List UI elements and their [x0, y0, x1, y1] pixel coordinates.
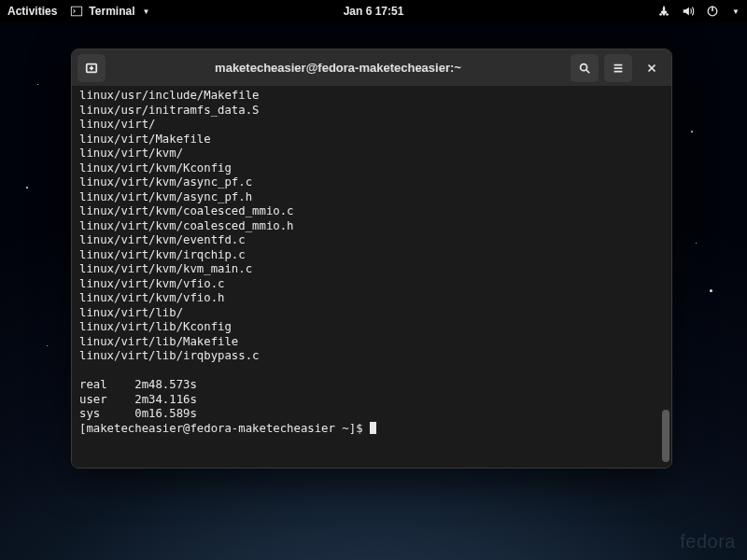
terminal-window: maketecheasier@fedora-maketecheasier:~ l…	[71, 49, 672, 469]
terminal-line: linux/virt/kvm/vfio.c	[79, 277, 664, 292]
window-title: maketecheasier@fedora-maketecheasier:~	[111, 61, 565, 75]
terminal-line: linux/virt/lib/Makefile	[79, 335, 664, 350]
svg-line-11	[586, 69, 590, 73]
chevron-down-icon: ▼	[732, 7, 740, 16]
close-icon	[645, 62, 658, 75]
app-menu-label: Terminal	[89, 5, 134, 18]
svg-point-10	[581, 63, 587, 70]
volume-icon	[682, 5, 695, 18]
fedora-watermark: fedora	[680, 531, 736, 553]
app-menu[interactable]: Terminal ▼	[70, 5, 149, 18]
terminal-output[interactable]: linux/usr/include/Makefilelinux/usr/init…	[72, 87, 671, 468]
search-button[interactable]	[571, 54, 599, 82]
scrollbar-thumb[interactable]	[662, 410, 669, 462]
terminal-line: linux/virt/kvm/vfio.h	[79, 291, 664, 306]
search-icon	[578, 62, 591, 75]
terminal-line: linux/virt/kvm/Kconfig	[79, 161, 664, 176]
terminal-line: linux/virt/kvm/	[79, 147, 664, 161]
terminal-line: linux/usr/include/Makefile	[79, 89, 664, 104]
power-icon	[706, 5, 719, 18]
terminal-line: linux/virt/lib/irqbypass.c	[79, 349, 664, 364]
terminal-line: linux/virt/	[79, 118, 664, 133]
terminal-line: linux/virt/kvm/async_pf.h	[79, 190, 664, 205]
terminal-line: linux/virt/lib/	[79, 306, 664, 321]
terminal-line: user 2m34.116s	[79, 393, 664, 408]
activities-button[interactable]: Activities	[7, 5, 57, 18]
svg-rect-1	[72, 7, 82, 16]
terminal-line: sys 0m16.589s	[79, 407, 664, 422]
terminal-prompt[interactable]: [maketecheasier@fedora-maketecheasier ~]…	[79, 422, 664, 437]
terminal-icon	[70, 5, 83, 18]
status-area[interactable]: ▼	[657, 5, 740, 18]
terminal-line: linux/virt/lib/Kconfig	[79, 320, 664, 335]
terminal-line: linux/usr/initramfs_data.S	[79, 104, 664, 119]
terminal-line: linux/virt/kvm/eventfd.c	[79, 233, 664, 248]
new-tab-icon	[85, 62, 98, 75]
network-icon	[657, 5, 670, 18]
terminal-line: linux/virt/kvm/coalesced_mmio.h	[79, 219, 664, 234]
window-titlebar[interactable]: maketecheasier@fedora-maketecheasier:~	[72, 49, 671, 87]
menu-button[interactable]	[604, 54, 632, 82]
terminal-line: linux/virt/kvm/coalesced_mmio.c	[79, 204, 664, 219]
close-button[interactable]	[638, 54, 666, 82]
hamburger-icon	[612, 62, 625, 75]
terminal-line: linux/virt/kvm/async_pf.c	[79, 175, 664, 190]
terminal-line: linux/virt/Makefile	[79, 133, 664, 147]
scrollbar[interactable]	[662, 87, 669, 462]
chevron-down-icon: ▼	[142, 7, 149, 16]
cursor	[370, 422, 376, 434]
terminal-line: linux/virt/kvm/kvm_main.c	[79, 262, 664, 277]
terminal-line	[79, 364, 664, 379]
terminal-line: real 2m48.573s	[79, 378, 664, 393]
terminal-line: linux/virt/kvm/irqchip.c	[79, 248, 664, 263]
gnome-topbar: Activities Terminal ▼ Jan 6 17:51 ▼	[0, 0, 747, 22]
new-tab-button[interactable]	[78, 54, 106, 82]
clock[interactable]: Jan 6 17:51	[344, 5, 404, 18]
